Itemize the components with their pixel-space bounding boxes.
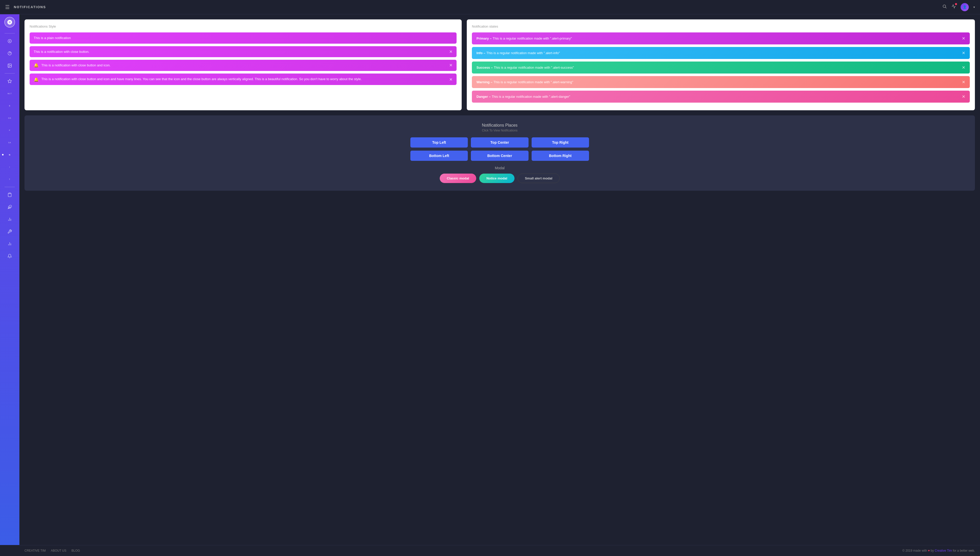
- svg-point-8: [9, 65, 9, 65]
- alert-success-close[interactable]: ✕: [962, 65, 965, 70]
- active-dot: [2, 154, 3, 155]
- sidebar-item-i[interactable]: I: [4, 161, 15, 173]
- sidebar-item-t[interactable]: T: [4, 174, 15, 185]
- user-menu-chevron[interactable]: ▾: [974, 5, 975, 9]
- sidebar-label-i: I: [10, 166, 10, 168]
- svg-point-3: [9, 40, 10, 42]
- notifications-states-card: Notification states Primary – This is a …: [467, 19, 975, 110]
- sidebar-item-mlt[interactable]: MLT: [4, 88, 15, 99]
- bell-icon-2: 🔔: [34, 77, 39, 82]
- sidebar-divider-3: [5, 187, 15, 187]
- notif-places-subtitle: Click To View Notifications: [30, 129, 970, 132]
- top-right-button[interactable]: Top Right: [531, 137, 589, 147]
- alert-multiline-text: This is a notification with close button…: [41, 77, 447, 82]
- sidebar-item-design[interactable]: [4, 214, 15, 225]
- footer-copyright-text: © 2019 made with: [903, 549, 927, 553]
- sidebar-item-puzzle[interactable]: [4, 201, 15, 213]
- sidebar-item-stats[interactable]: [4, 238, 15, 249]
- alert-primary-text: This is a regular notification made with…: [492, 37, 572, 40]
- hamburger-menu[interactable]: ☰: [5, 4, 10, 10]
- alert-danger-close[interactable]: ✕: [962, 94, 965, 99]
- sidebar-item-sa[interactable]: SA: [4, 137, 15, 148]
- main-content: Notifications Style This is a plain noti…: [19, 14, 980, 545]
- small-alert-button[interactable]: Small alert modal: [518, 174, 560, 183]
- alert-multiline: 🔔 This is a notification with close butt…: [30, 74, 457, 85]
- footer-link-blog[interactable]: BLOG: [71, 549, 80, 553]
- top-left-button[interactable]: Top Left: [410, 137, 468, 147]
- alert-close-text: This is a notification with close button…: [34, 49, 447, 54]
- classic-modal-button[interactable]: Classic modal: [440, 174, 476, 183]
- footer-links: CREATIVE TIM ABOUT US BLOG: [24, 549, 80, 553]
- sidebar-item-widgets[interactable]: [4, 36, 15, 47]
- places-buttons-grid: Top Left Top Center Top Right Bottom Lef…: [410, 137, 589, 161]
- alert-info-text: This is a regular notification made with…: [486, 51, 560, 55]
- alert-primary-close[interactable]: ✕: [962, 36, 965, 41]
- notifications-style-card: Notifications Style This is a plain noti…: [24, 19, 462, 110]
- app-body: MLT B GS P SA N I T: [0, 14, 980, 545]
- notif-style-title: Notifications Style: [30, 24, 457, 28]
- alert-state-success: Success – This is a regular notification…: [472, 61, 970, 74]
- top-center-button[interactable]: Top Center: [471, 137, 528, 147]
- sidebar-logo[interactable]: [4, 17, 15, 27]
- svg-point-0: [943, 5, 946, 8]
- alert-close-button-1[interactable]: ✕: [449, 49, 452, 54]
- footer-brand-link[interactable]: Creative Tim: [935, 549, 952, 553]
- sidebar-label-p: P: [9, 129, 10, 131]
- svg-line-6: [10, 52, 11, 53]
- bottom-center-button[interactable]: Bottom Center: [471, 150, 528, 161]
- page-title: NOTIFICATIONS: [14, 5, 46, 9]
- footer-copyright: © 2019 made with ♥ by Creative Tim for a…: [903, 549, 975, 553]
- alert-close-button-3[interactable]: ✕: [449, 77, 452, 82]
- sidebar-item-p[interactable]: P: [4, 124, 15, 136]
- sidebar-item-n[interactable]: N: [4, 149, 15, 160]
- footer: CREATIVE TIM ABOUT US BLOG © 2019 made w…: [19, 545, 980, 556]
- alert-with-close: This is a notification with close button…: [30, 46, 457, 57]
- notice-modal-button[interactable]: Notice modal: [479, 174, 515, 183]
- activity-icon[interactable]: [951, 4, 956, 10]
- alert-icon-text: This is a notification with close button…: [41, 63, 447, 68]
- alert-warning-close[interactable]: ✕: [962, 80, 965, 84]
- sidebar-item-components[interactable]: [4, 76, 15, 87]
- top-cards-row: Notifications Style This is a plain noti…: [24, 19, 975, 110]
- footer-suffix: for a better web.: [953, 549, 975, 553]
- sidebar: MLT B GS P SA N I T: [0, 14, 19, 545]
- alert-state-info: Info – This is a regular notification ma…: [472, 47, 970, 59]
- bottom-right-button[interactable]: Bottom Right: [531, 150, 589, 161]
- sidebar-item-b[interactable]: B: [4, 100, 15, 111]
- user-avatar[interactable]: 👤: [961, 3, 969, 11]
- alert-primary-label: Primary –: [476, 37, 492, 40]
- alert-close-button-2[interactable]: ✕: [449, 63, 452, 68]
- alert-with-icon: 🔔 This is a notification with close butt…: [30, 60, 457, 71]
- alert-info-label: Info –: [476, 51, 485, 55]
- alert-state-primary: Primary – This is a regular notification…: [472, 32, 970, 44]
- sidebar-item-tools[interactable]: [4, 226, 15, 237]
- notifications-places-card: Notifications Places Click To View Notif…: [24, 115, 975, 191]
- alert-success-text: This is a regular notification made with…: [494, 66, 574, 70]
- topnav-right-area: 👤 ▾: [942, 3, 975, 11]
- alert-danger-label: Danger –: [476, 95, 491, 99]
- sidebar-label-b: B: [9, 105, 10, 107]
- alert-danger-text: This is a regular notification made with…: [492, 95, 570, 99]
- sidebar-item-charts[interactable]: [4, 48, 15, 59]
- footer-link-creative-tim[interactable]: CREATIVE TIM: [24, 549, 46, 553]
- footer-link-about-us[interactable]: ABOUT US: [51, 549, 66, 553]
- sidebar-item-gs[interactable]: GS: [4, 112, 15, 124]
- footer-by: by: [931, 549, 935, 553]
- sidebar-label-n: N: [9, 154, 10, 156]
- sidebar-label-gs: GS: [8, 117, 11, 119]
- svg-rect-9: [9, 193, 10, 194]
- bottom-left-button[interactable]: Bottom Left: [410, 150, 468, 161]
- sidebar-item-images[interactable]: [4, 60, 15, 71]
- sidebar-divider-1: [5, 33, 15, 34]
- sidebar-item-clipboard[interactable]: [4, 189, 15, 200]
- sidebar-divider-2: [5, 73, 15, 74]
- alert-state-warning: Warning – This is a regular notification…: [472, 76, 970, 88]
- sidebar-item-alarm[interactable]: [4, 251, 15, 262]
- alert-warning-text: This is a regular notification made with…: [493, 80, 573, 84]
- sidebar-label-t: T: [9, 178, 10, 180]
- search-icon[interactable]: [942, 4, 947, 10]
- notif-states-title: Notification states: [472, 24, 970, 28]
- alert-info-close[interactable]: ✕: [962, 50, 965, 55]
- sidebar-label-mlt: MLT: [8, 93, 12, 94]
- alert-plain: This is a plain notification: [30, 32, 457, 44]
